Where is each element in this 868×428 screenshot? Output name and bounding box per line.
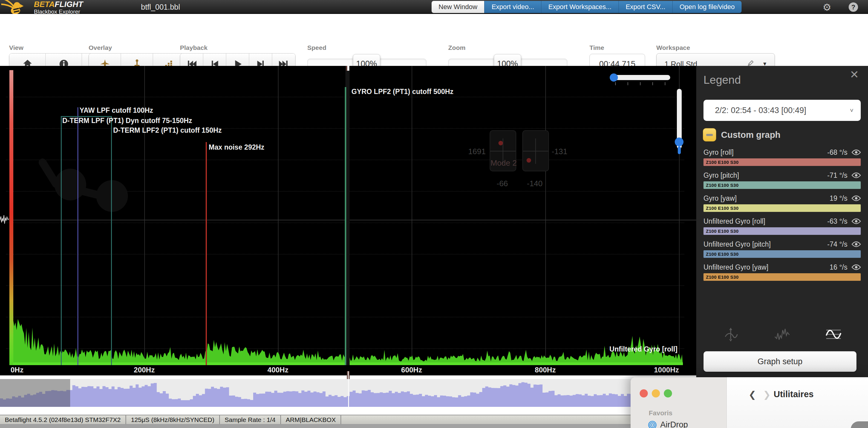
x-axis-tick-label: 1000Hz [654,366,679,374]
finder-window[interactable]: Favoris AirDrop ❮ ❯ Utilitaires [630,377,868,428]
legend-series-value: 19 °/s [830,194,847,202]
x-axis-tick-label: 200Hz [134,366,155,374]
eye-visibility-icon[interactable] [852,264,861,270]
legend-item: Gyro [yaw]19 °/sZ100 E100 S30 [704,194,861,212]
spectrum-zoom-x-knob[interactable] [610,73,618,81]
legend-color-bar: Z100 E100 S30 [704,158,861,166]
legend-curve-settings-tag: Z100 E100 S30 [704,229,739,234]
header-buttons: New WindowExport video...Export Workspac… [432,1,742,13]
close-icon[interactable]: ✕ [850,68,859,81]
spectrum-zoom-y-slider[interactable] [677,89,682,149]
spectrum-mode-icon[interactable] [826,326,841,342]
eye-visibility-icon[interactable] [852,172,861,178]
spectrum-analyzer-chart[interactable]: 1691 -131 Mode 2 -66 -140 GYRO LPF2 (PT1… [0,66,696,375]
spectrum-zoom-y-stem [678,146,681,154]
legend-item: Unfiltered Gyro [pitch]-74 °/sZ100 E100 … [704,240,861,258]
raw-waveform-icon[interactable] [774,326,790,342]
spectrum-zoom-x-slider[interactable] [611,75,670,80]
header-button-export-video[interactable]: Export video... [484,1,541,13]
speed-section-label: Speed [307,44,326,52]
legend-color-bar: Z100 E100 S30 [704,273,861,281]
slider-tick-marks [615,82,665,85]
header-button-export-csv[interactable]: Export CSV... [619,1,672,13]
sidebar-section-label: Favoris [649,409,672,417]
legend-curve-settings-tag: Z100 E100 S30 [704,274,739,279]
legend-series-value: -68 °/s [827,149,847,157]
sidebar-item-airdrop[interactable]: AirDrop [648,420,688,428]
annotation-label: D-TERM LPF (PT1) Dyn cutoff 75-150Hz [62,117,192,125]
custom-graph-row: Custom graph [703,128,781,141]
legend-item-row: Gyro [yaw]19 °/s [704,194,861,202]
eye-visibility-icon[interactable] [852,241,861,247]
spectrum-low-freq-peak-bar [9,70,13,365]
legend-items: Gyro [roll]-68 °/sZ100 E100 S30Gyro [pit… [704,148,861,286]
status-segment: ARM|BLACKBOX [281,415,341,424]
zoom-section-label: Zoom [448,44,465,52]
legend-series-value: -74 °/s [827,240,847,249]
legend-series-name: Gyro [yaw] [704,194,737,202]
header-button-export-workspaces[interactable]: Export Workspaces... [541,1,619,13]
graph-setup-button[interactable]: Graph setup [704,351,857,372]
legend-mode-icons [696,326,868,342]
legend-series-name: Gyro [pitch] [704,171,739,179]
legend-item: Gyro [pitch]-71 °/sZ100 E100 S30 [704,171,861,189]
status-segment: Sample Rate : 1/4 [220,415,281,424]
x-axis-tick-label: 0Hz [10,366,24,374]
brand-flight: FLIGHT [55,0,83,9]
annotation-line [206,142,207,365]
view-section-label: View [9,44,23,52]
chevron-down-icon: ˅ [850,107,854,114]
legend-item: Unfiltered Gyro [roll]-63 °/sZ100 E100 S… [704,217,861,235]
legend-color-bar: Z100 E100 S30 [704,182,861,189]
finder-content: ❮ ❯ Utilitaires [727,377,868,428]
legend-curve-settings-tag: Z100 E100 S30 [704,160,739,165]
playhead-marker[interactable] [346,66,349,71]
x-axis-tick-label: 600Hz [401,366,422,374]
legend-item-row: Unfiltered Gyro [yaw]16 °/s [704,263,861,271]
finder-sidebar: Favoris AirDrop [630,377,727,428]
maximize-traffic-light[interactable] [664,389,672,397]
legend-curve-settings-tag: Z100 E100 S30 [704,252,739,257]
playback-section-label: Playback [180,44,208,52]
expand-y-icon[interactable] [723,326,739,342]
legend-item: Gyro [roll]-68 °/sZ100 E100 S30 [704,148,861,166]
help-icon[interactable]: ? [849,2,858,12]
annotation-label: Max noise 292Hz [209,143,264,152]
annotation-line [61,116,62,365]
legend-series-name: Unfiltered Gyro [pitch] [704,240,771,249]
legend-item-row: Gyro [pitch]-71 °/s [704,171,861,179]
finder-window-title: Utilitaires [774,389,813,399]
x-axis-tick-label: 400Hz [267,366,288,374]
legend-series-name: Unfiltered Gyro [roll] [704,217,766,226]
legend-item: Unfiltered Gyro [yaw]16 °/sZ100 E100 S30 [704,263,861,281]
seek-position-tick [347,371,350,379]
seekbar-viewport-shade [0,379,70,407]
legend-color-bar: Z100 E100 S30 [704,250,861,258]
eye-visibility-icon[interactable] [852,195,861,201]
status-segment: Betaflight 4.5.2 (024f8e13d) STM32F7X2 [0,415,126,424]
header-button-open-log[interactable]: Open log file/video [672,1,742,13]
betaflight-wordmark: BETAFLIGHT Blackbox Explorer [34,0,83,14]
workspace-section-label: Workspace [656,44,690,52]
brand-beta: BETA [34,0,55,9]
settings-gear-icon[interactable]: ⚙ [823,1,831,13]
open-file-title: btfl_001.bbl [141,0,180,14]
legend-curve-settings-tag: Z100 E100 S30 [704,183,739,188]
header-button-new-window[interactable]: New Window [432,1,484,13]
toolbar: View Overlay Playback Speed Zoom Time Wo… [0,14,868,66]
log-range-select[interactable]: 2/2: 02:54 - 03:43 [00:49] ˅ [704,100,861,121]
header-bar: BETAFLIGHT Blackbox Explorer btfl_001.bb… [0,0,868,14]
forward-chevron-icon[interactable]: ❯ [763,389,771,400]
partial-app-icon [851,421,868,428]
close-traffic-light[interactable] [640,389,648,397]
seekbar-playhead[interactable] [348,379,349,407]
spectrum-zoom-y-knob[interactable] [675,137,683,146]
eye-visibility-icon[interactable] [852,149,861,155]
app-window: BETAFLIGHT Blackbox Explorer btfl_001.bb… [0,0,868,428]
log-range-value: 2/2: 02:54 - 03:43 [00:49] [715,106,806,115]
collapse-graph-button[interactable] [703,128,716,141]
eye-visibility-icon[interactable] [852,218,861,224]
back-chevron-icon[interactable]: ❮ [748,389,756,400]
x-axis-tick-label: 800Hz [535,366,556,374]
minimize-traffic-light[interactable] [652,389,660,397]
